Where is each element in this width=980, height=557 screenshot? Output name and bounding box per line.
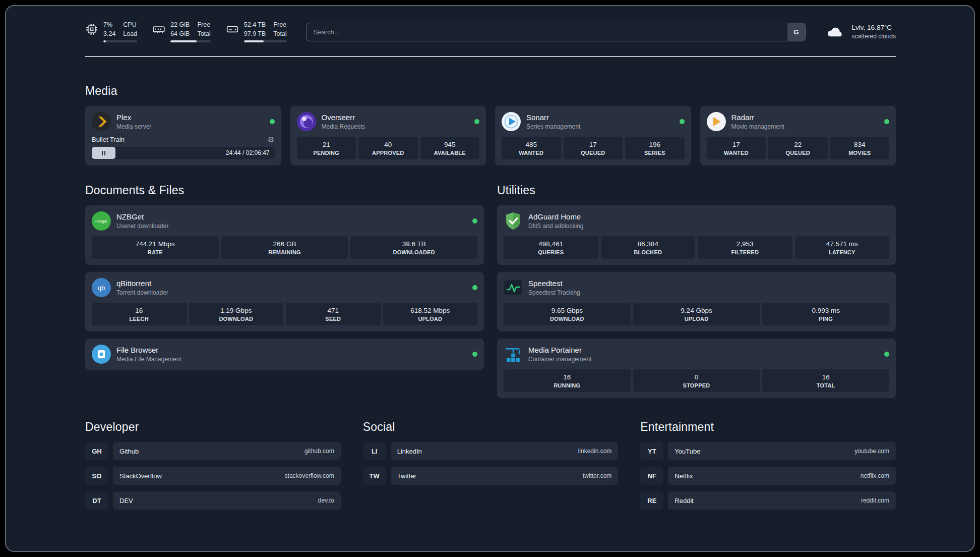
service-name: Speedtest bbox=[528, 279, 580, 288]
memory-free: 22 GiB bbox=[170, 21, 190, 29]
stat-tile: 9.65 Gbps DOWNLOAD bbox=[504, 303, 631, 325]
stat-tile: 945 AVAILABLE bbox=[420, 137, 480, 159]
status-dot bbox=[472, 218, 477, 224]
link-stackoverflow[interactable]: SO StackOverflow stackoverflow.com bbox=[85, 467, 341, 485]
stat-label: APPROVED bbox=[359, 150, 417, 156]
link-domain: stackoverflow.com bbox=[285, 472, 334, 479]
link-dev[interactable]: DT DEV dev.to bbox=[85, 491, 341, 510]
stat-value: 498,461 bbox=[505, 240, 597, 248]
stat-label: RUNNING bbox=[505, 382, 630, 388]
stat-value: 266 GB bbox=[222, 240, 347, 248]
link-netflix[interactable]: NF Netflix netflix.com bbox=[640, 467, 896, 485]
sonarr-icon bbox=[502, 112, 521, 131]
service-card-portainer[interactable]: Media Portainer Container management 16 … bbox=[497, 339, 896, 398]
link-name: Twitter bbox=[397, 472, 416, 480]
stat-value: 0.993 ms bbox=[763, 307, 888, 314]
stat-label: UPLOAD bbox=[384, 316, 477, 322]
service-subtitle: Usenet downloader bbox=[116, 222, 168, 230]
stat-label: WANTED bbox=[503, 150, 560, 156]
service-subtitle: Container management bbox=[528, 356, 591, 363]
stat-tile: 834 MOVIES bbox=[830, 137, 890, 159]
stat-tile: 1.19 Gbps DOWNLOAD bbox=[189, 303, 284, 325]
stat-label: REMAINING bbox=[222, 249, 347, 255]
stat-value: 0 bbox=[634, 373, 759, 381]
stat-tile: 2,953 FILTERED bbox=[698, 236, 792, 259]
link-abbr: TW bbox=[363, 467, 386, 485]
stat-value: 471 bbox=[287, 307, 380, 314]
stat-label: QUEUED bbox=[769, 150, 827, 156]
link-domain: youtube.com bbox=[854, 448, 889, 455]
cloud-icon bbox=[825, 25, 845, 39]
service-card-qbittorrent[interactable]: qb qBittorrent Torrent downloader 16 LEE… bbox=[85, 272, 484, 331]
service-card-plex[interactable]: Plex Media server Bullet Train ⚙ 24:44 bbox=[85, 106, 281, 165]
disk-label-top: Free bbox=[273, 21, 286, 29]
service-card-sonarr[interactable]: Sonarr Series management 485 WANTED 17 Q… bbox=[495, 106, 691, 165]
section-title-entertainment: Entertainment bbox=[640, 420, 896, 434]
link-abbr: NF bbox=[640, 467, 663, 485]
section-media: Media Plex Media server Bullet Train bbox=[85, 84, 896, 165]
stat-tile: 471 SEED bbox=[286, 303, 381, 325]
service-name: Radarr bbox=[731, 113, 784, 122]
plex-icon bbox=[92, 112, 111, 131]
stat-value: 945 bbox=[421, 141, 479, 148]
weather-widget: Lviv, 16.87°C scattered clouds bbox=[825, 24, 896, 40]
weather-location: Lviv, 16.87°C bbox=[852, 24, 896, 31]
stat-value: 9.65 Gbps bbox=[505, 307, 630, 314]
search-input[interactable] bbox=[306, 23, 806, 41]
nzbget-icon: nzbget bbox=[92, 211, 111, 231]
stat-value: 1.19 Gbps bbox=[190, 307, 283, 314]
section-title-developer: Developer bbox=[85, 420, 341, 434]
service-card-filebrowser[interactable]: File Browser Media File Management bbox=[85, 339, 484, 370]
link-abbr: YT bbox=[640, 442, 663, 460]
service-name: NZBGet bbox=[116, 212, 168, 221]
pause-icon[interactable] bbox=[102, 151, 105, 155]
section-utilities: Utilities AdGuard Home DNS and adblockin… bbox=[497, 184, 896, 398]
stat-value: 47.571 ms bbox=[796, 240, 889, 248]
link-youtube[interactable]: YT YouTube youtube.com bbox=[640, 442, 896, 460]
service-card-overseerr[interactable]: Overseerr Media Requests 21 PENDING 40 A… bbox=[290, 106, 486, 165]
link-name: DEV bbox=[119, 497, 133, 505]
stat-label: QUEUED bbox=[565, 150, 622, 156]
stat-tile: 744.21 Mbps RATE bbox=[92, 236, 219, 259]
link-github[interactable]: GH Github github.com bbox=[85, 442, 341, 460]
link-twitter[interactable]: TW Twitter twitter.com bbox=[363, 467, 619, 485]
speedtest-icon bbox=[504, 278, 523, 297]
playback-progressbar[interactable]: 24:44 / 02:06:47 bbox=[92, 147, 275, 159]
stat-value: 196 bbox=[626, 141, 684, 148]
stat-tile: 39.6 TB DOWNLOADED bbox=[350, 236, 477, 259]
playback-time: 24:44 / 02:06:47 bbox=[226, 147, 270, 159]
disk-icon bbox=[226, 23, 239, 36]
service-subtitle: Media server bbox=[116, 123, 151, 130]
radarr-icon bbox=[707, 112, 726, 131]
link-domain: linkedin.com bbox=[578, 448, 612, 455]
service-name: File Browser bbox=[116, 346, 181, 354]
settings-gear-icon[interactable]: ⚙ bbox=[268, 136, 274, 143]
stat-value: 17 bbox=[565, 141, 622, 148]
service-card-speedtest[interactable]: Speedtest Speedtest Tracking 9.65 Gbps D… bbox=[497, 272, 896, 331]
service-card-adguard[interactable]: AdGuard Home DNS and adblocking 498,461 … bbox=[497, 205, 896, 265]
overseerr-icon bbox=[297, 112, 316, 131]
link-linkedin[interactable]: LI LinkedIn linkedin.com bbox=[363, 442, 619, 460]
stat-label: QUERIES bbox=[505, 249, 597, 255]
link-domain: dev.to bbox=[318, 497, 334, 504]
disk-label-bottom: Total bbox=[273, 30, 286, 38]
search-engine-button[interactable]: G bbox=[787, 23, 806, 41]
cpu-widget: 7% 3.24 CPU Load bbox=[85, 21, 137, 42]
ram-icon bbox=[152, 23, 165, 36]
stat-label: DOWNLOADED bbox=[351, 249, 476, 255]
stat-value: 16 bbox=[763, 373, 888, 381]
stat-tile: 16 LEECH bbox=[92, 303, 187, 325]
portainer-icon bbox=[504, 345, 523, 364]
stat-tile: 16 TOTAL bbox=[762, 369, 889, 392]
stat-tile: 196 SERIES bbox=[625, 137, 685, 159]
link-reddit[interactable]: RE Reddit reddit.com bbox=[640, 491, 896, 510]
service-card-radarr[interactable]: Radarr Movie management 17 WANTED 22 QUE… bbox=[700, 106, 896, 165]
link-name: LinkedIn bbox=[397, 448, 422, 455]
link-abbr: RE bbox=[640, 491, 663, 510]
section-title-social: Social bbox=[363, 420, 619, 434]
link-abbr: SO bbox=[85, 467, 108, 485]
memory-label-top: Free bbox=[197, 21, 210, 29]
cpu-percent: 7% bbox=[103, 21, 115, 29]
status-dot bbox=[884, 352, 889, 357]
service-card-nzbget[interactable]: nzbget NZBGet Usenet downloader 744.21 M… bbox=[85, 205, 484, 265]
